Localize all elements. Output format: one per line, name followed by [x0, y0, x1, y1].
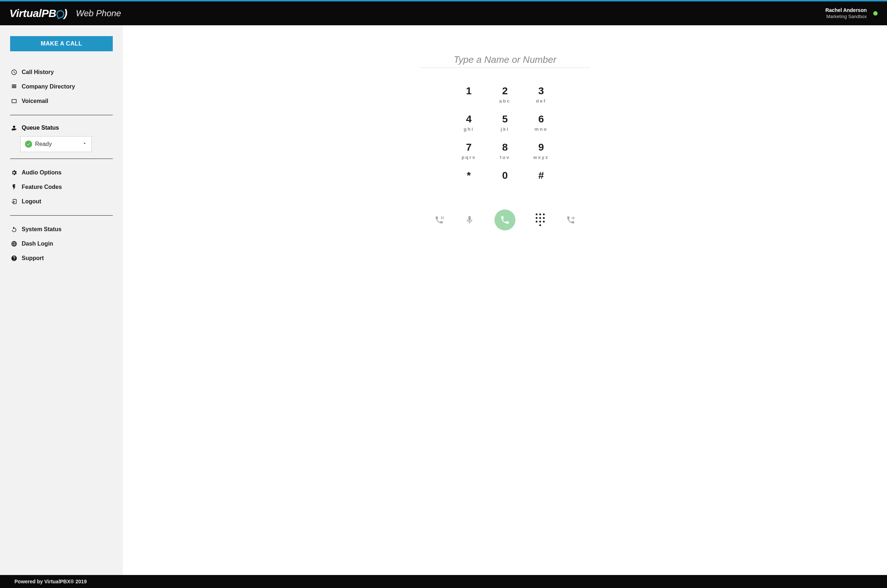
keypad-key-6[interactable]: 6mno — [523, 114, 559, 132]
help-icon — [11, 255, 17, 261]
logo-block: VirtualPB) Web Phone — [9, 7, 121, 20]
sidebar-item-label: Audio Options — [22, 170, 62, 176]
keypad-key-5[interactable]: 5jkl — [487, 114, 523, 132]
keypad-toggle-button[interactable] — [535, 214, 546, 225]
dial-input-wrap — [420, 54, 590, 68]
footer-text: Powered by VirtualPBX® 2019 — [15, 579, 87, 584]
divider — [10, 115, 113, 115]
sidebar-item-label: Logout — [22, 198, 41, 205]
keypad-key-8[interactable]: 8tuv — [487, 142, 523, 160]
microphone-icon — [465, 215, 474, 225]
sidebar-item-audio-options[interactable]: Audio Options — [10, 165, 113, 180]
keypad-key-2[interactable]: 2abc — [487, 86, 523, 104]
dialer-panel: 1 2abc 3def 4ghi 5jkl 6mno 7pqrs 8tuv 9w… — [123, 25, 887, 575]
keypad-key-9[interactable]: 9wxyz — [523, 142, 559, 160]
sidebar-item-logout[interactable]: Logout — [10, 194, 113, 209]
keypad-key-4[interactable]: 4ghi — [451, 114, 487, 132]
phone-forward-icon — [566, 215, 576, 225]
topbar: VirtualPB) Web Phone Rachel Anderson Mar… — [0, 2, 887, 25]
logo-text-prefix: Virtual — [9, 7, 42, 20]
sidebar-item-label: Feature Codes — [22, 184, 62, 190]
phone-icon — [500, 215, 510, 225]
person-icon — [11, 124, 17, 131]
keypad-key-star[interactable]: * — [451, 171, 487, 189]
keypad-key-hash[interactable]: # — [523, 171, 559, 189]
keypad-key-7[interactable]: 7pqrs — [451, 142, 487, 160]
queue-status-select[interactable]: Ready — [20, 136, 92, 152]
sidebar-item-label: Call History — [22, 69, 54, 75]
sidebar-item-label: Support — [22, 255, 44, 261]
sidebar: MAKE A CALL Call History Company Directo… — [0, 25, 123, 575]
sidebar-item-label: Voicemail — [22, 98, 48, 104]
directory-icon — [11, 83, 17, 90]
queue-status-row: Queue Status — [10, 122, 113, 136]
hold-button[interactable] — [434, 214, 445, 225]
queue-status-label: Queue Status — [22, 124, 59, 131]
dial-input[interactable] — [420, 54, 590, 65]
sidebar-item-label: System Status — [22, 226, 62, 232]
divider — [10, 159, 113, 159]
keypad-key-1[interactable]: 1 — [451, 86, 487, 104]
user-name: Rachel Anderson — [825, 7, 867, 14]
globe-icon — [11, 240, 17, 247]
dialpad-icon — [536, 213, 545, 226]
chevron-down-icon — [82, 141, 87, 147]
keypad: 1 2abc 3def 4ghi 5jkl 6mno 7pqrs 8tuv 9w… — [451, 86, 559, 189]
sidebar-item-company-directory[interactable]: Company Directory — [10, 80, 113, 94]
sidebar-item-voicemail[interactable]: Voicemail — [10, 94, 113, 108]
gear-icon — [11, 170, 17, 176]
presence-status-dot — [873, 11, 878, 15]
user-block: Rachel Anderson Marketing Sandbox — [825, 7, 871, 20]
sidebar-item-feature-codes[interactable]: Feature Codes — [10, 180, 113, 194]
call-controls — [434, 210, 576, 230]
footer: Powered by VirtualPBX® 2019 — [0, 575, 887, 588]
voicemail-icon — [11, 98, 17, 104]
check-circle-icon — [25, 141, 32, 148]
clock-icon — [11, 69, 17, 75]
divider — [10, 215, 113, 216]
app-title: Web Phone — [76, 8, 121, 18]
transfer-button[interactable] — [565, 214, 576, 225]
sidebar-item-label: Company Directory — [22, 83, 75, 90]
sidebar-item-dash-login[interactable]: Dash Login — [10, 237, 113, 251]
sidebar-item-system-status[interactable]: System Status — [10, 222, 113, 237]
bolt-icon — [11, 184, 17, 190]
keypad-key-3[interactable]: 3def — [523, 86, 559, 104]
user-team: Marketing Sandbox — [825, 14, 867, 20]
queue-status-value: Ready — [35, 141, 52, 147]
keypad-key-0[interactable]: 0 — [487, 171, 523, 189]
logout-icon — [11, 198, 17, 205]
call-button[interactable] — [495, 210, 516, 230]
sidebar-item-call-history[interactable]: Call History — [10, 65, 113, 80]
phone-pause-icon — [434, 215, 444, 225]
refresh-icon — [11, 226, 17, 232]
brand-logo: VirtualPB) — [9, 7, 67, 20]
mute-button[interactable] — [464, 214, 475, 225]
make-a-call-button[interactable]: MAKE A CALL — [10, 36, 113, 51]
sidebar-item-label: Dash Login — [22, 240, 53, 247]
logo-text-suffix: PB — [42, 7, 56, 20]
sidebar-item-support[interactable]: Support — [10, 251, 113, 266]
